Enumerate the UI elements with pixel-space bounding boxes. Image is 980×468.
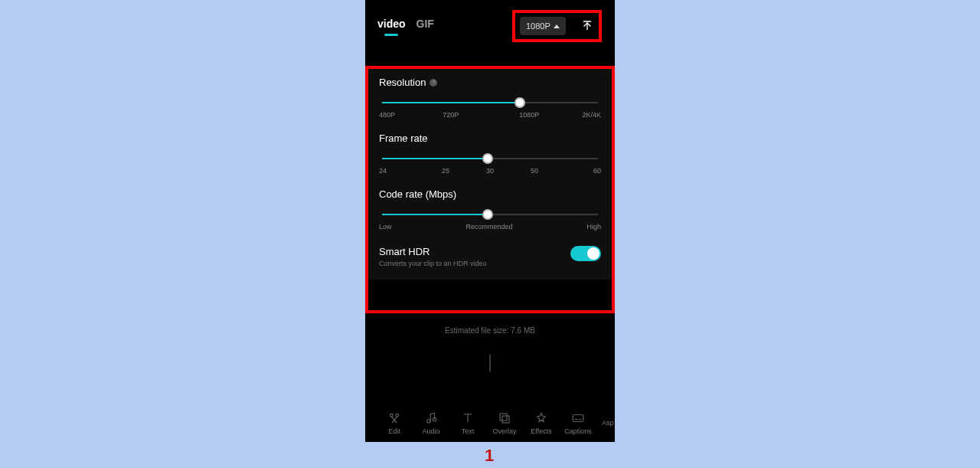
step-number: 1 [485, 446, 494, 466]
tab-gif[interactable]: GIF [416, 18, 434, 34]
svg-rect-12 [573, 414, 583, 421]
export-settings-panel: Resolution ? 480P 720P 1080P 2K/4K Frame… [368, 69, 612, 280]
effects-tab[interactable]: Effects [523, 411, 560, 435]
svg-point-3 [396, 414, 399, 417]
overlay-tab[interactable]: Overlay [486, 411, 523, 435]
framerate-ticks: 24 25 30 50 60 [379, 167, 601, 175]
help-icon[interactable]: ? [430, 79, 437, 87]
smart-hdr-title: Smart HDR [379, 246, 487, 257]
resolution-slider[interactable] [382, 97, 598, 108]
captions-tab[interactable]: Captions [560, 411, 596, 435]
resolution-section: Resolution ? 480P 720P 1080P 2K/4K [379, 77, 601, 119]
resolution-button[interactable]: 1080P [520, 17, 566, 35]
framerate-title: Frame rate [379, 133, 428, 144]
svg-point-2 [390, 414, 393, 417]
coderate-ticks: Low Recommended High [379, 223, 601, 231]
smart-hdr-row: Smart HDR Converts your clip to an HDR v… [379, 246, 601, 267]
export-controls-highlight: 1080P [512, 10, 602, 42]
resolution-button-label: 1080P [526, 21, 550, 31]
export-icon[interactable] [580, 19, 594, 33]
aspect-tab[interactable]: Asp [596, 419, 615, 427]
smart-hdr-subtitle: Converts your clip to an HDR video [379, 260, 487, 267]
resolution-ticks: 480P 720P 1080P 2K/4K [379, 111, 601, 119]
bottom-toolbar: Edit Audio Text Overlay Effects Captions… [365, 404, 615, 442]
audio-tab[interactable]: Audio [413, 411, 449, 435]
framerate-slider[interactable] [382, 153, 598, 164]
caret-up-icon [554, 25, 560, 28]
coderate-title: Code rate (Mbps) [379, 188, 456, 200]
coderate-section: Code rate (Mbps) Low Recommended High [379, 188, 601, 231]
edit-tab[interactable]: Edit [376, 411, 413, 435]
resolution-title: Resolution [379, 77, 426, 88]
framerate-section: Frame rate 24 25 30 50 60 [379, 133, 601, 175]
svg-rect-10 [500, 414, 507, 421]
text-tab[interactable]: Text [449, 411, 486, 435]
tab-video[interactable]: video [377, 18, 406, 34]
smart-hdr-toggle[interactable] [570, 246, 601, 261]
estimated-filesize: Estimated file size: 7.6 MB [365, 326, 615, 335]
svg-point-6 [427, 419, 431, 423]
coderate-slider[interactable] [382, 209, 598, 220]
timeline-divider [489, 355, 491, 371]
svg-rect-11 [502, 416, 509, 423]
